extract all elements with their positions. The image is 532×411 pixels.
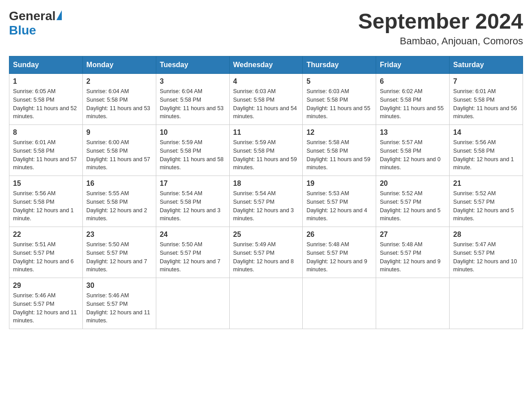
day-info: Sunrise: 5:54 AMSunset: 5:57 PMDaylight:… (233, 189, 299, 223)
day-number: 5 (306, 77, 372, 86)
calendar-cell: 19 Sunrise: 5:53 AMSunset: 5:57 PMDaylig… (303, 176, 376, 227)
day-number: 23 (86, 231, 152, 239)
day-info: Sunrise: 6:02 AMSunset: 5:58 PMDaylight:… (380, 87, 446, 121)
day-number: 30 (86, 282, 152, 290)
calendar-cell: 8 Sunrise: 6:01 AMSunset: 5:58 PMDayligh… (9, 125, 83, 176)
day-info: Sunrise: 6:00 AMSunset: 5:58 PMDaylight:… (86, 138, 152, 172)
calendar-cell: 22 Sunrise: 5:51 AMSunset: 5:57 PMDaylig… (9, 227, 83, 278)
day-number: 27 (380, 231, 446, 239)
calendar-cell: 23 Sunrise: 5:50 AMSunset: 5:57 PMDaylig… (82, 227, 156, 278)
calendar-cell: 6 Sunrise: 6:02 AMSunset: 5:58 PMDayligh… (376, 74, 450, 125)
day-number: 7 (453, 77, 519, 86)
day-info: Sunrise: 5:51 AMSunset: 5:57 PMDaylight:… (13, 240, 79, 274)
weekday-header-thursday: Thursday (303, 56, 376, 74)
calendar-cell: 25 Sunrise: 5:49 AMSunset: 5:57 PMDaylig… (229, 227, 303, 278)
day-info: Sunrise: 5:50 AMSunset: 5:57 PMDaylight:… (160, 240, 226, 274)
calendar-cell: 2 Sunrise: 6:04 AMSunset: 5:58 PMDayligh… (82, 74, 156, 125)
calendar-cell: 18 Sunrise: 5:54 AMSunset: 5:57 PMDaylig… (229, 176, 303, 227)
day-info: Sunrise: 5:55 AMSunset: 5:58 PMDaylight:… (86, 189, 152, 223)
calendar-cell: 1 Sunrise: 6:05 AMSunset: 5:58 PMDayligh… (9, 74, 83, 125)
day-number: 6 (380, 77, 446, 86)
day-number: 14 (453, 128, 519, 137)
calendar-cell: 15 Sunrise: 5:56 AMSunset: 5:58 PMDaylig… (9, 176, 83, 227)
day-number: 17 (160, 180, 226, 188)
calendar-week-row: 22 Sunrise: 5:51 AMSunset: 5:57 PMDaylig… (9, 227, 523, 278)
day-info: Sunrise: 5:52 AMSunset: 5:57 PMDaylight:… (380, 189, 446, 223)
weekday-header-saturday: Saturday (450, 56, 523, 74)
day-number: 28 (453, 231, 519, 239)
day-number: 1 (13, 77, 79, 86)
day-info: Sunrise: 5:48 AMSunset: 5:57 PMDaylight:… (380, 240, 446, 274)
weekday-header-tuesday: Tuesday (156, 56, 229, 74)
day-info: Sunrise: 6:05 AMSunset: 5:58 PMDaylight:… (13, 87, 79, 121)
day-info: Sunrise: 6:03 AMSunset: 5:58 PMDaylight:… (233, 87, 299, 121)
day-number: 10 (160, 128, 226, 137)
weekday-header-monday: Monday (82, 56, 156, 74)
day-info: Sunrise: 5:50 AMSunset: 5:57 PMDaylight:… (86, 240, 152, 274)
day-number: 2 (86, 77, 152, 86)
day-number: 15 (13, 180, 79, 188)
calendar-cell: 9 Sunrise: 6:00 AMSunset: 5:58 PMDayligh… (82, 125, 156, 176)
day-number: 29 (13, 282, 79, 290)
logo-general-text: General (9, 9, 56, 23)
calendar-cell: 13 Sunrise: 5:57 AMSunset: 5:58 PMDaylig… (376, 125, 450, 176)
calendar-cell: 3 Sunrise: 6:04 AMSunset: 5:58 PMDayligh… (156, 74, 229, 125)
day-number: 20 (380, 180, 446, 188)
day-number: 22 (13, 231, 79, 239)
calendar-cell (303, 278, 376, 329)
day-info: Sunrise: 5:56 AMSunset: 5:58 PMDaylight:… (13, 189, 79, 223)
day-info: Sunrise: 5:58 AMSunset: 5:58 PMDaylight:… (306, 138, 372, 172)
calendar-week-row: 29 Sunrise: 5:46 AMSunset: 5:57 PMDaylig… (9, 278, 523, 329)
calendar-cell: 7 Sunrise: 6:01 AMSunset: 5:58 PMDayligh… (450, 74, 523, 125)
day-info: Sunrise: 5:46 AMSunset: 5:57 PMDaylight:… (86, 291, 152, 325)
logo-triangle-icon (56, 10, 62, 20)
day-info: Sunrise: 5:59 AMSunset: 5:58 PMDaylight:… (233, 138, 299, 172)
day-info: Sunrise: 5:47 AMSunset: 5:57 PMDaylight:… (453, 240, 519, 274)
weekday-header-row: SundayMondayTuesdayWednesdayThursdayFrid… (9, 56, 523, 74)
calendar-cell: 26 Sunrise: 5:48 AMSunset: 5:57 PMDaylig… (303, 227, 376, 278)
calendar-cell: 11 Sunrise: 5:59 AMSunset: 5:58 PMDaylig… (229, 125, 303, 176)
calendar-table: SundayMondayTuesdayWednesdayThursdayFrid… (9, 56, 523, 329)
day-info: Sunrise: 5:52 AMSunset: 5:57 PMDaylight:… (453, 189, 519, 223)
calendar-cell: 20 Sunrise: 5:52 AMSunset: 5:57 PMDaylig… (376, 176, 450, 227)
day-number: 16 (86, 180, 152, 188)
day-info: Sunrise: 5:56 AMSunset: 5:58 PMDaylight:… (453, 138, 519, 172)
calendar-cell (156, 278, 229, 329)
day-info: Sunrise: 6:03 AMSunset: 5:58 PMDaylight:… (306, 87, 372, 121)
day-number: 21 (453, 180, 519, 188)
day-number: 26 (306, 231, 372, 239)
day-number: 19 (306, 180, 372, 188)
day-number: 4 (233, 77, 299, 86)
day-info: Sunrise: 6:04 AMSunset: 5:58 PMDaylight:… (86, 87, 152, 121)
calendar-cell: 29 Sunrise: 5:46 AMSunset: 5:57 PMDaylig… (9, 278, 83, 329)
calendar-cell: 27 Sunrise: 5:48 AMSunset: 5:57 PMDaylig… (376, 227, 450, 278)
calendar-cell: 14 Sunrise: 5:56 AMSunset: 5:58 PMDaylig… (450, 125, 523, 176)
calendar-cell: 28 Sunrise: 5:47 AMSunset: 5:57 PMDaylig… (450, 227, 523, 278)
calendar-cell: 4 Sunrise: 6:03 AMSunset: 5:58 PMDayligh… (229, 74, 303, 125)
page-header: General Blue September 2024 Bambao, Anjo… (9, 9, 523, 47)
month-title: September 2024 (358, 9, 523, 34)
day-number: 8 (13, 128, 79, 137)
day-number: 3 (160, 77, 226, 86)
day-number: 24 (160, 231, 226, 239)
weekday-header-wednesday: Wednesday (229, 56, 303, 74)
calendar-cell: 30 Sunrise: 5:46 AMSunset: 5:57 PMDaylig… (82, 278, 156, 329)
day-info: Sunrise: 6:01 AMSunset: 5:58 PMDaylight:… (13, 138, 79, 172)
day-number: 25 (233, 231, 299, 239)
day-info: Sunrise: 5:48 AMSunset: 5:57 PMDaylight:… (306, 240, 372, 274)
calendar-cell: 17 Sunrise: 5:54 AMSunset: 5:58 PMDaylig… (156, 176, 229, 227)
day-info: Sunrise: 5:49 AMSunset: 5:57 PMDaylight:… (233, 240, 299, 274)
calendar-cell (376, 278, 450, 329)
day-number: 11 (233, 128, 299, 137)
day-number: 9 (86, 128, 152, 137)
day-number: 13 (380, 128, 446, 137)
calendar-cell (229, 278, 303, 329)
location-subtitle: Bambao, Anjouan, Comoros (358, 35, 523, 47)
day-info: Sunrise: 6:04 AMSunset: 5:58 PMDaylight:… (160, 87, 226, 121)
calendar-cell: 5 Sunrise: 6:03 AMSunset: 5:58 PMDayligh… (303, 74, 376, 125)
day-info: Sunrise: 5:46 AMSunset: 5:57 PMDaylight:… (13, 291, 79, 325)
logo-blue-text: Blue (9, 23, 36, 38)
weekday-header-friday: Friday (376, 56, 450, 74)
calendar-week-row: 15 Sunrise: 5:56 AMSunset: 5:58 PMDaylig… (9, 176, 523, 227)
day-number: 18 (233, 180, 299, 188)
